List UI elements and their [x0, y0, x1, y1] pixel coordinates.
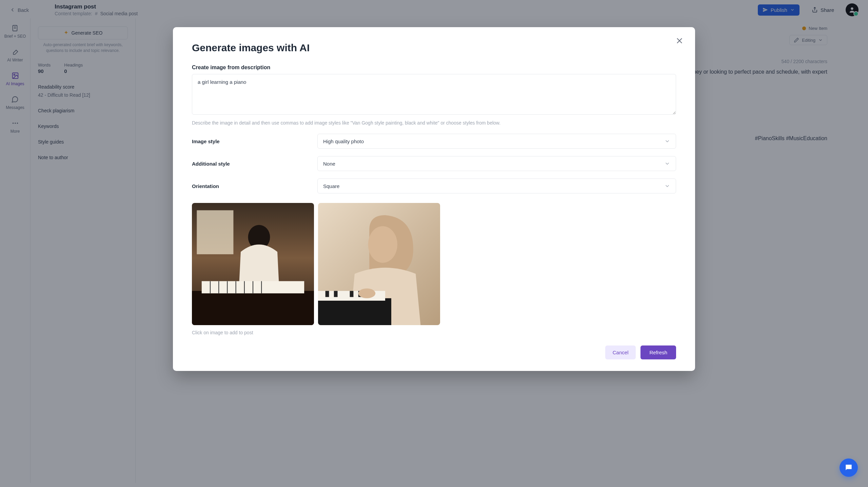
image-style-label: Image style	[192, 138, 317, 144]
generated-thumbnails	[192, 203, 676, 325]
svg-rect-13	[197, 210, 233, 255]
additional-style-row: Additional style None	[192, 156, 676, 171]
cancel-button[interactable]: Cancel	[605, 345, 636, 359]
orientation-select[interactable]: Square	[317, 179, 676, 193]
svg-rect-15	[192, 291, 314, 325]
additional-style-select[interactable]: None	[317, 156, 676, 171]
image-style-select[interactable]: High quality photo	[317, 134, 676, 149]
svg-rect-29	[334, 291, 338, 297]
additional-style-value: None	[323, 161, 335, 167]
close-button[interactable]	[675, 36, 684, 47]
thumb-caption: Click on image to add to post	[192, 330, 676, 335]
close-icon	[675, 36, 684, 45]
description-textarea[interactable]	[192, 74, 676, 115]
refresh-button[interactable]: Refresh	[640, 345, 676, 359]
chevron-down-icon	[664, 161, 670, 167]
svg-rect-28	[326, 291, 329, 297]
chat-bubble-icon	[844, 463, 853, 472]
description-helper: Describe the image in detail and then us…	[192, 119, 676, 126]
additional-style-label: Additional style	[192, 161, 317, 167]
generated-image-1[interactable]	[192, 203, 314, 325]
chevron-down-icon	[664, 138, 670, 144]
generated-image-2[interactable]	[318, 203, 440, 325]
orientation-row: Orientation Square	[192, 179, 676, 193]
orientation-value: Square	[323, 183, 339, 189]
description-label: Create image from description	[192, 64, 676, 71]
svg-rect-30	[350, 291, 354, 297]
chevron-down-icon	[664, 183, 670, 189]
image-style-value: High quality photo	[323, 138, 364, 144]
help-fab[interactable]	[840, 458, 858, 477]
svg-point-25	[368, 226, 397, 263]
modal-footer: Cancel Refresh	[192, 345, 676, 359]
svg-rect-26	[318, 298, 391, 325]
generate-images-modal: Generate images with AI Create image fro…	[173, 27, 695, 371]
image-style-row: Image style High quality photo	[192, 134, 676, 149]
modal-title: Generate images with AI	[192, 42, 676, 54]
svg-point-33	[358, 288, 375, 298]
modal-overlay[interactable]: Generate images with AI Create image fro…	[0, 0, 868, 487]
orientation-label: Orientation	[192, 183, 317, 189]
